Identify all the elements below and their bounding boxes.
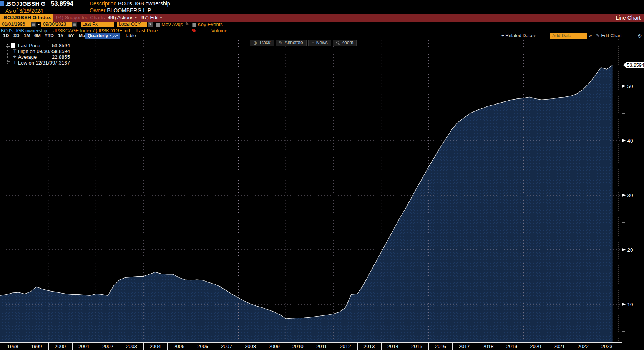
date-to-input[interactable]: 09/30/2023 (41, 22, 72, 27)
legend-row-average[interactable]: ✦Average22.8855 (3, 54, 72, 60)
year-label-2003: 2003 (120, 343, 143, 350)
y-axis-tick-label: 10 (627, 302, 633, 307)
legend-marker-icon: ✦ (12, 54, 17, 60)
mov-avgs-label[interactable]: Mov Avgs (161, 22, 183, 27)
year-label-1999: 1999 (25, 343, 48, 350)
legend-label: Low on 12/31/09 (18, 60, 55, 66)
year-label-2013: 2013 (357, 343, 381, 350)
year-label-1998: 1998 (1, 343, 25, 350)
zoom-label: Zoom (342, 40, 354, 46)
track-label: Track (259, 40, 271, 46)
year-label-2019: 2019 (500, 343, 524, 350)
currency-dropdown-arrow[interactable]: ▼ (148, 22, 153, 27)
year-label-2006: 2006 (191, 343, 215, 350)
period-bar: 1D3D1M6MYTD1Y5YMax Quarterly ▼ Table + R… (0, 33, 644, 39)
annotate-button[interactable]: ✎Annotate (276, 40, 307, 46)
legend-value: 53.8594 (52, 43, 70, 48)
price-field-select[interactable]: Last Px (81, 22, 114, 27)
line-chart-type-icon[interactable] (111, 33, 120, 39)
news-button[interactable]: ≡News (308, 40, 331, 46)
range-ytd[interactable]: YTD (45, 33, 54, 39)
date-from-input[interactable]: 01/01/1996 (0, 22, 31, 27)
year-label-2015: 2015 (405, 343, 429, 350)
year-label-2021: 2021 (548, 343, 571, 350)
track-icon: ⊕ (253, 41, 257, 45)
legend-marker-icon: ⊥ (12, 60, 17, 66)
zoom-button[interactable]: Zoom (333, 40, 357, 46)
legend-label: High on 09/30/23 (18, 48, 56, 54)
annotate-label: Annotate (285, 40, 303, 46)
legend-marker-icon: ⊤ (12, 48, 17, 54)
collapse-button[interactable]: « (589, 33, 592, 39)
y-axis-tick-label: 50 (627, 83, 633, 89)
year-label-2011: 2011 (310, 343, 334, 350)
year-label-2016: 2016 (428, 343, 452, 350)
chart-type-label: Line Chart (616, 14, 641, 22)
security-row: BOJ's JGB ownership JPSKCAGF Index / (JP… (1, 28, 644, 33)
range-6m[interactable]: 6M (34, 33, 41, 39)
legend-row-low-on-12-31-09[interactable]: ⊥Low on 12/31/097.3167 (3, 60, 72, 66)
year-label-2002: 2002 (96, 343, 120, 350)
mov-avgs-checkbox[interactable] (156, 23, 160, 27)
related-data-button[interactable]: + Related Data ▾ (501, 33, 535, 39)
menu-suggested-charts[interactable]: 94) Suggested Charts ▾ (56, 14, 110, 22)
menu-edit[interactable]: 97) Edit▾ (141, 14, 162, 22)
volume-label[interactable]: Volume (211, 28, 227, 33)
y-axis-tick-label: 30 (627, 192, 633, 198)
chart-legend[interactable]: Last Price53.8594⊤High on 09/30/2353.859… (3, 41, 72, 67)
calendar-icon[interactable]: ▦ (31, 22, 36, 27)
track-button[interactable]: ⊕Track (250, 40, 274, 46)
year-label-2005: 2005 (167, 343, 191, 350)
year-label-2012: 2012 (334, 343, 357, 350)
add-data-input[interactable]: Add Data (550, 33, 587, 39)
controls-row: 01/01/1996 ▦ - 09/30/2023 ▦ Last Px Loca… (0, 22, 644, 28)
ticker-last-value: 53.8594 (51, 0, 73, 7)
description-label: Description (90, 0, 116, 7)
as-of-label: As of 3/19/2024 (5, 8, 43, 14)
owner-label: Owner (90, 7, 105, 13)
key-events-checkbox[interactable] (192, 23, 196, 27)
key-events-label[interactable]: Key Events (198, 22, 223, 27)
magnifier-icon (336, 41, 340, 45)
percent-toggle-icon[interactable]: % (192, 28, 196, 33)
year-label-2001: 2001 (72, 343, 96, 350)
range-1m[interactable]: 1M (24, 33, 30, 39)
year-tick-divider (619, 343, 619, 350)
year-label-2023: 2023 (595, 343, 619, 350)
range-5y[interactable]: 5Y (68, 33, 74, 39)
frequency-select[interactable]: Quarterly ▼ (85, 33, 115, 39)
settings-gear-icon[interactable]: ⚙ (637, 33, 642, 39)
range-1d[interactable]: 1D (3, 33, 9, 39)
security-tab[interactable]: .BOJJGBSH G Index (0, 14, 53, 22)
year-label-2008: 2008 (239, 343, 262, 350)
legend-row-last-price[interactable]: Last Price53.8594 (3, 43, 72, 48)
chart-toolbar: ⊕Track✎Annotate≡NewsZoom (250, 40, 357, 46)
year-label-2004: 2004 (143, 343, 167, 350)
currency-select[interactable]: Local CCY (117, 22, 147, 27)
menu-actions[interactable]: 96) Actions▾ (109, 14, 137, 22)
year-label-2000: 2000 (48, 343, 72, 350)
legend-value: 22.8855 (52, 54, 70, 60)
mov-avgs-pencil-icon[interactable]: ✎ (185, 22, 189, 27)
table-button[interactable]: Table (125, 33, 136, 39)
description-value: BOJ's JGB ownership (118, 0, 170, 7)
year-label-2014: 2014 (381, 343, 405, 350)
chart-area[interactable]: 504030201053.8594 ⊕Track✎Annotate≡NewsZo… (0, 39, 644, 343)
edit-chart-button[interactable]: ✎ Edit Chart (596, 33, 622, 39)
year-label-2010: 2010 (286, 343, 310, 350)
range-3d[interactable]: 3D (13, 33, 19, 39)
header: .BOJJGBSH G53.8594 As of 3/19/2024 Descr… (0, 0, 644, 14)
range-1y[interactable]: 1Y (58, 33, 64, 39)
ticker-icon (0, 1, 4, 6)
calendar-icon[interactable]: ▦ (72, 22, 77, 27)
ticker-symbol: .BOJJGBSH G (5, 0, 46, 7)
y-axis-tick-label: 20 (627, 247, 633, 253)
bloomberg-terminal-window: .BOJJGBSH G53.8594 As of 3/19/2024 Descr… (0, 0, 644, 350)
legend-row-high-on-09-30-23[interactable]: ⊤High on 09/30/2353.8594 (3, 48, 72, 54)
security-name[interactable]: BOJ's JGB ownership (1, 28, 47, 33)
year-label-2009: 2009 (262, 343, 286, 350)
year-label-2018: 2018 (476, 343, 500, 350)
price-chart[interactable]: 504030201053.8594 (0, 39, 644, 343)
security-formula[interactable]: JPSKCAGF Index / (JPSKD1GF Ind… Last Pri… (53, 28, 158, 33)
year-label-2007: 2007 (215, 343, 239, 350)
